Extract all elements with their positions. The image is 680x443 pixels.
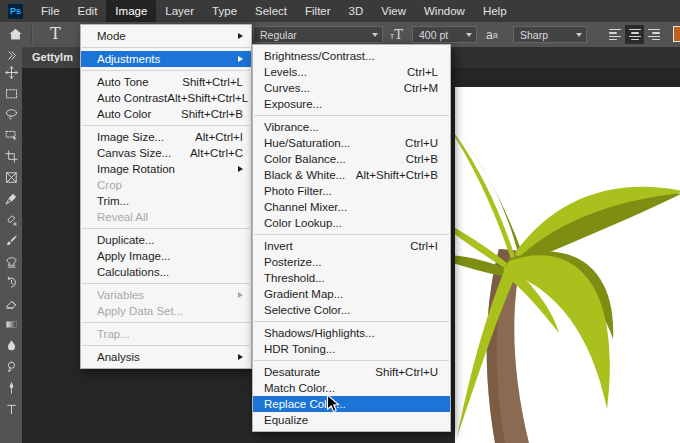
type-tool[interactable] bbox=[1, 398, 21, 419]
menu-item-image-size[interactable]: Image Size...Alt+Ctrl+I bbox=[81, 129, 251, 145]
menubar-item-3d[interactable]: 3D bbox=[340, 0, 373, 22]
photoshop-logo-icon: Ps bbox=[8, 4, 23, 19]
menu-item-auto-contrast[interactable]: Auto ContrastAlt+Shift+Ctrl+L bbox=[81, 90, 251, 106]
menubar-item-image[interactable]: Image bbox=[106, 0, 156, 22]
rectangular-marquee-tool[interactable] bbox=[1, 83, 21, 104]
chevron-down-icon bbox=[576, 33, 582, 40]
menu-item-posterize[interactable]: Posterize... bbox=[253, 254, 450, 270]
menu-item-auto-tone[interactable]: Auto ToneShift+Ctrl+L bbox=[81, 74, 251, 90]
image-menu: ModeAdjustmentsAuto ToneShift+Ctrl+LAuto… bbox=[80, 24, 252, 369]
menu-item-photo-filter[interactable]: Photo Filter... bbox=[253, 183, 450, 199]
crop-tool[interactable] bbox=[1, 146, 21, 167]
menu-item-vibrance[interactable]: Vibrance... bbox=[253, 119, 450, 135]
menu-item-variables: Variables bbox=[81, 287, 251, 303]
lasso-tool[interactable] bbox=[1, 104, 21, 125]
menu-separator bbox=[82, 345, 250, 346]
menubar-item-filter[interactable]: Filter bbox=[296, 0, 340, 22]
menu-item-duplicate[interactable]: Duplicate... bbox=[81, 232, 251, 248]
menu-item-shadows-highlights[interactable]: Shadows/Highlights... bbox=[253, 325, 450, 341]
menubar-item-select[interactable]: Select bbox=[246, 0, 296, 22]
menu-item-equalize[interactable]: Equalize bbox=[253, 412, 450, 428]
menu-item-threshold[interactable]: Threshold... bbox=[253, 270, 450, 286]
align-left-button[interactable] bbox=[606, 25, 625, 44]
photoshop-window: Ps FileEditImageLayerTypeSelectFilter3DV… bbox=[0, 0, 680, 443]
tools-panel bbox=[0, 47, 22, 443]
history-brush-tool[interactable] bbox=[1, 272, 21, 293]
home-icon[interactable] bbox=[7, 26, 24, 43]
divider bbox=[31, 25, 33, 44]
menu-item-hdr-toning[interactable]: HDR Toning... bbox=[253, 341, 450, 357]
menu-separator bbox=[82, 47, 250, 48]
menu-item-apply-image[interactable]: Apply Image... bbox=[81, 248, 251, 264]
mouse-cursor bbox=[326, 394, 340, 414]
canvas[interactable] bbox=[455, 87, 680, 443]
submenu-arrow-icon bbox=[238, 354, 246, 360]
gradient-tool[interactable] bbox=[1, 314, 21, 335]
menubar-item-layer[interactable]: Layer bbox=[156, 0, 203, 22]
menu-item-replace-color[interactable]: Replace Color... bbox=[253, 396, 450, 412]
chevron-down-icon bbox=[466, 33, 472, 40]
text-align-group bbox=[606, 25, 663, 44]
menu-item-calculations[interactable]: Calculations... bbox=[81, 264, 251, 280]
text-color-swatch[interactable] bbox=[673, 26, 680, 42]
menu-item-levels[interactable]: Levels...Ctrl+L bbox=[253, 64, 450, 80]
menubar-item-help[interactable]: Help bbox=[474, 0, 516, 22]
eyedropper-tool[interactable] bbox=[1, 188, 21, 209]
blur-tool[interactable] bbox=[1, 335, 21, 356]
eraser-tool[interactable] bbox=[1, 293, 21, 314]
chevron-down-icon bbox=[372, 33, 378, 40]
type-tool-current-icon: T bbox=[50, 24, 61, 43]
clone-stamp-tool[interactable] bbox=[1, 251, 21, 272]
menubar-item-view[interactable]: View bbox=[372, 0, 415, 22]
menubar-item-window[interactable]: Window bbox=[415, 0, 474, 22]
collapse-panels-button[interactable] bbox=[1, 48, 21, 62]
menu-separator bbox=[82, 125, 250, 126]
brush-tool[interactable] bbox=[1, 230, 21, 251]
menu-item-image-rotation[interactable]: Image Rotation bbox=[81, 161, 251, 177]
menu-item-analysis[interactable]: Analysis bbox=[81, 349, 251, 365]
move-tool[interactable] bbox=[1, 62, 21, 83]
menu-item-trim[interactable]: Trim... bbox=[81, 193, 251, 209]
anti-alias-icon: aa bbox=[486, 27, 498, 43]
menu-item-brightness-contrast[interactable]: Brightness/Contrast... bbox=[253, 48, 450, 64]
menu-item-hue-saturation[interactable]: Hue/Saturation...Ctrl+U bbox=[253, 135, 450, 151]
menu-separator bbox=[82, 322, 250, 323]
menu-item-selective-color[interactable]: Selective Color... bbox=[253, 302, 450, 318]
menubar-item-edit[interactable]: Edit bbox=[69, 0, 107, 22]
menu-item-crop: Crop bbox=[81, 177, 251, 193]
align-center-button[interactable] bbox=[625, 25, 644, 44]
menu-item-canvas-size[interactable]: Canvas Size...Alt+Ctrl+C bbox=[81, 145, 251, 161]
submenu-arrow-icon bbox=[238, 166, 246, 172]
menu-item-match-color[interactable]: Match Color... bbox=[253, 380, 450, 396]
menu-separator bbox=[254, 115, 449, 116]
dodge-tool[interactable] bbox=[1, 356, 21, 377]
submenu-arrow-icon bbox=[238, 56, 246, 62]
object-selection-tool[interactable] bbox=[1, 125, 21, 146]
menu-item-gradient-map[interactable]: Gradient Map... bbox=[253, 286, 450, 302]
menu-item-black-white[interactable]: Black & White...Alt+Shift+Ctrl+B bbox=[253, 167, 450, 183]
menu-item-channel-mixer[interactable]: Channel Mixer... bbox=[253, 199, 450, 215]
menu-item-mode[interactable]: Mode bbox=[81, 28, 251, 44]
menubar-item-file[interactable]: File bbox=[32, 0, 69, 22]
menubar-item-type[interactable]: Type bbox=[203, 0, 246, 22]
font-size-select[interactable]: 400 pt bbox=[412, 26, 477, 43]
menu-item-adjustments[interactable]: Adjustments bbox=[81, 51, 251, 67]
menu-item-desaturate[interactable]: DesaturateShift+Ctrl+U bbox=[253, 364, 450, 380]
submenu-arrow-icon bbox=[238, 33, 246, 39]
document-tab[interactable]: GettyIm bbox=[22, 47, 80, 68]
menu-item-auto-color[interactable]: Auto ColorShift+Ctrl+B bbox=[81, 106, 251, 122]
menu-item-curves[interactable]: Curves...Ctrl+M bbox=[253, 80, 450, 96]
spot-healing-brush-tool[interactable] bbox=[1, 209, 21, 230]
submenu-arrow-icon bbox=[238, 292, 246, 298]
menu-item-color-balance[interactable]: Color Balance...Ctrl+B bbox=[253, 151, 450, 167]
frame-tool[interactable] bbox=[1, 167, 21, 188]
font-style-select[interactable]: Regular bbox=[253, 26, 383, 43]
align-right-button[interactable] bbox=[644, 25, 663, 44]
menu-item-apply-data-set: Apply Data Set... bbox=[81, 303, 251, 319]
palm-tree-image bbox=[455, 87, 680, 443]
anti-alias-select[interactable]: Sharp bbox=[513, 26, 587, 43]
menu-item-color-lookup[interactable]: Color Lookup... bbox=[253, 215, 450, 231]
menu-item-invert[interactable]: InvertCtrl+I bbox=[253, 238, 450, 254]
menu-item-exposure[interactable]: Exposure... bbox=[253, 96, 450, 112]
pen-tool[interactable] bbox=[1, 377, 21, 398]
